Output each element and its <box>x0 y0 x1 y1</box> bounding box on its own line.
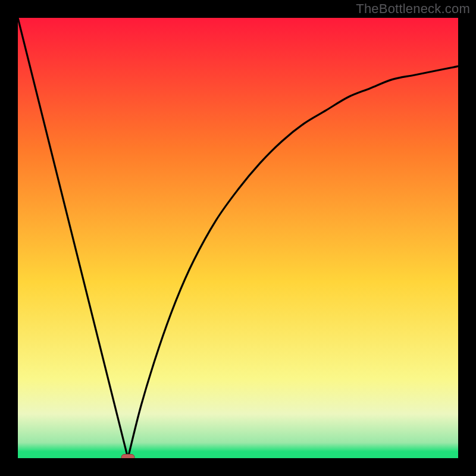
chart-frame: TheBottleneck.com <box>0 0 476 476</box>
gradient-background <box>18 18 458 458</box>
bottleneck-chart <box>18 18 458 458</box>
watermark-text: TheBottleneck.com <box>356 1 470 17</box>
plot-area <box>18 18 458 458</box>
optimum-marker <box>121 455 134 459</box>
